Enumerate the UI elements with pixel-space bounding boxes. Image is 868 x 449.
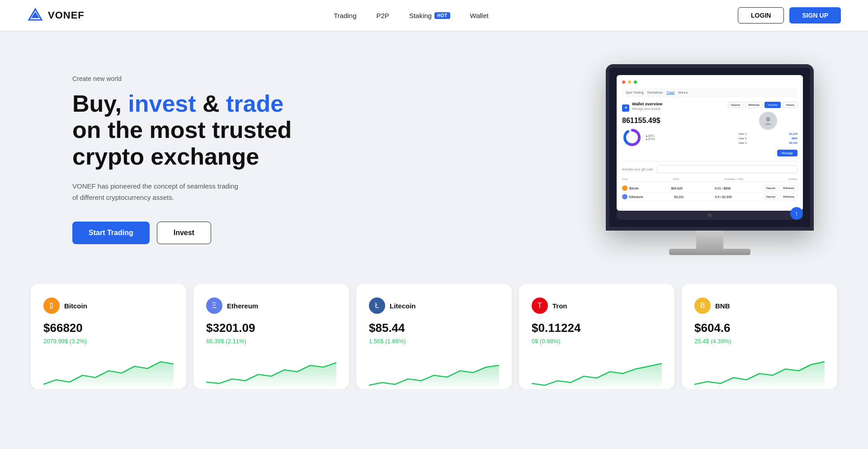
login-button[interactable]: LOGIN: [738, 7, 784, 24]
monitor-history-btn[interactable]: History: [783, 102, 797, 108]
bnb-sparkline: [694, 353, 825, 389]
user-item-1: User 1 $1,240: [739, 132, 797, 135]
crypto-cards-section: ₿ Bitcoin $66820 2079.99$ (3.2%) Ξ Ether…: [0, 284, 868, 389]
monitor-stand-neck: [696, 231, 723, 249]
user-list: User 1 $1,240 User 2 $890 User 3 $2,100: [739, 132, 797, 144]
trx-chart: [532, 353, 662, 389]
table-row-eth: Ethereum $3,201 0.5 / $1,600 Deposit Wit…: [622, 193, 797, 201]
monitor-screen: Spot Trading Derivatives Trade More ▸ ✦: [606, 64, 814, 231]
user-item-2: User 2 $890: [739, 137, 797, 140]
btc-price: $66820: [43, 321, 174, 335]
monitor-right-panel: Deposit Withdraw Transfer History: [739, 102, 797, 156]
ltc-price: $85.44: [369, 321, 499, 335]
eth-deposit-btn[interactable]: Deposit: [763, 194, 778, 199]
fab-icon: ↑: [795, 210, 798, 211]
nav-p2p[interactable]: P2P: [377, 12, 389, 19]
hero-title-accent2: trade: [226, 90, 283, 117]
nav-links: Trading P2P Staking HOT Wallet: [334, 12, 488, 19]
gift-code-row: Activate your gift code: [622, 161, 797, 173]
monitor-transfer-btn[interactable]: Transfer: [764, 102, 781, 108]
trx-change: 0$ (0.98%): [532, 338, 662, 345]
hero-title-part2: &: [196, 90, 226, 117]
monitor-wallet-info: ✦ Wallet overview Manage your assets 861…: [622, 102, 733, 156]
bnb-price: $604.6: [694, 321, 825, 335]
crypto-card-ethereum: Ξ Ethereum $3201.09 66.39$ (2.11%): [193, 284, 349, 389]
hero-subtitle: Create new world: [72, 75, 292, 82]
monitor-nav-dep: Derivatives: [647, 91, 663, 95]
hero-buttons: Start Trading Invest: [72, 222, 292, 244]
crypto-card-bitcoin: ₿ Bitcoin $66820 2079.99$ (3.2%): [31, 284, 186, 389]
wallet-title: Wallet overview: [632, 102, 662, 106]
monitor-action-buttons: Deposit Withdraw Transfer History: [739, 102, 797, 108]
start-trading-button[interactable]: Start Trading: [72, 222, 150, 244]
monitor-stand-base: [669, 249, 750, 255]
nav-actions: LOGIN SIGN UP: [738, 7, 841, 24]
card-header-bnb: B BNB: [694, 298, 825, 314]
hero-title: Buy, invest & tradeon the most trustedcr…: [72, 90, 292, 170]
bnb-chart: [694, 353, 825, 389]
avatar-icon: [763, 116, 773, 126]
monitor-bezel-bottom: [617, 211, 803, 220]
btc-withdraw-btn[interactable]: Withdraw: [780, 185, 797, 191]
nav-staking[interactable]: Staking HOT: [409, 12, 450, 19]
btc-deposit-btn[interactable]: Deposit: [763, 185, 778, 191]
monitor-display: Spot Trading Derivatives Trade More ▸ ✦: [617, 75, 803, 211]
nav-staking-label: Staking: [409, 12, 432, 19]
signup-button[interactable]: SIGN UP: [789, 7, 841, 24]
monitor-withdraw-btn[interactable]: Withdraw: [745, 102, 763, 108]
navbar: VONEF Trading P2P Staking HOT Wallet LOG…: [0, 0, 868, 31]
hero-title-part3: on the most trustedcrypto exchange: [72, 117, 292, 169]
trx-price: $0.11224: [532, 321, 662, 335]
eth-change: 66.39$ (2.11%): [206, 338, 336, 345]
monitor-nav-trade: Trade: [666, 91, 675, 95]
btc-actions: Deposit Withdraw: [763, 185, 797, 191]
btc-icon: ₿: [43, 298, 60, 314]
wallet-sub: Manage your assets: [632, 107, 662, 110]
chart-legend: ● BTC● ETH: [646, 134, 655, 141]
svg-point-5: [766, 117, 770, 122]
ltc-icon: Ł: [369, 298, 385, 314]
hero-title-part1: Buy,: [72, 90, 128, 117]
monitor-deposit-btn[interactable]: Deposit: [728, 102, 743, 108]
eth-name: Ethereum: [227, 302, 258, 310]
monitor-nav: Spot Trading Derivatives Trade More ▸: [622, 88, 797, 97]
hot-badge: HOT: [434, 12, 450, 19]
brand-name: VONEF: [48, 9, 85, 21]
nav-trading[interactable]: Trading: [334, 12, 356, 19]
monitor-wrap: Spot Trading Derivatives Trade More ▸ ✦: [606, 64, 814, 255]
card-header-tron: T Tron: [532, 298, 662, 314]
bnb-change: 25.4$ (4.39%): [694, 338, 825, 345]
eth-chart: [206, 353, 336, 389]
monitor-nav-more: More ▸: [678, 91, 688, 95]
gift-code-input[interactable]: [657, 165, 797, 173]
hero-content: Create new world Buy, invest & tradeon t…: [72, 75, 292, 244]
donut-chart: [622, 128, 642, 147]
dot-red: [622, 80, 625, 84]
logo-icon: [27, 7, 43, 24]
monitor-bar: [622, 80, 797, 84]
btc-icon-small: [622, 185, 627, 191]
crypto-card-bnb: B BNB $604.6 25.4$ (4.39%): [682, 284, 837, 389]
crypto-card-litecoin: Ł Litecoin $85.44 1.56$ (1.86%): [356, 284, 512, 389]
btc-sparkline: [43, 353, 174, 389]
ltc-change: 1.56$ (1.86%): [369, 338, 499, 345]
btc-chart: [43, 353, 174, 389]
nav-wallet[interactable]: Wallet: [470, 12, 489, 19]
eth-actions: Deposit Withdraw: [763, 194, 797, 199]
dot-green: [634, 80, 637, 84]
monitor-nav-spot: Spot Trading: [626, 91, 644, 95]
monitor-manage-btn[interactable]: Manage: [777, 150, 797, 156]
gift-code-label: Activate your gift code: [622, 168, 653, 171]
monitor-table: Coin Price Available / USD Actions Bitco…: [622, 178, 797, 201]
card-header-litecoin: Ł Litecoin: [369, 298, 499, 314]
card-header-ethereum: Ξ Ethereum: [206, 298, 336, 314]
trx-icon: T: [532, 298, 548, 314]
invest-button[interactable]: Invest: [157, 222, 211, 244]
eth-withdraw-btn[interactable]: Withdraw: [780, 194, 797, 199]
logo[interactable]: VONEF: [27, 7, 85, 24]
hero-monitor: Spot Trading Derivatives Trade More ▸ ✦: [606, 64, 814, 255]
ltc-chart: [369, 353, 499, 389]
monitor-fab[interactable]: ↑: [790, 207, 803, 211]
table-row-btc: Bitcoin $66,820 0.01 / $668 Deposit With…: [622, 184, 797, 193]
eth-icon: Ξ: [206, 298, 222, 314]
